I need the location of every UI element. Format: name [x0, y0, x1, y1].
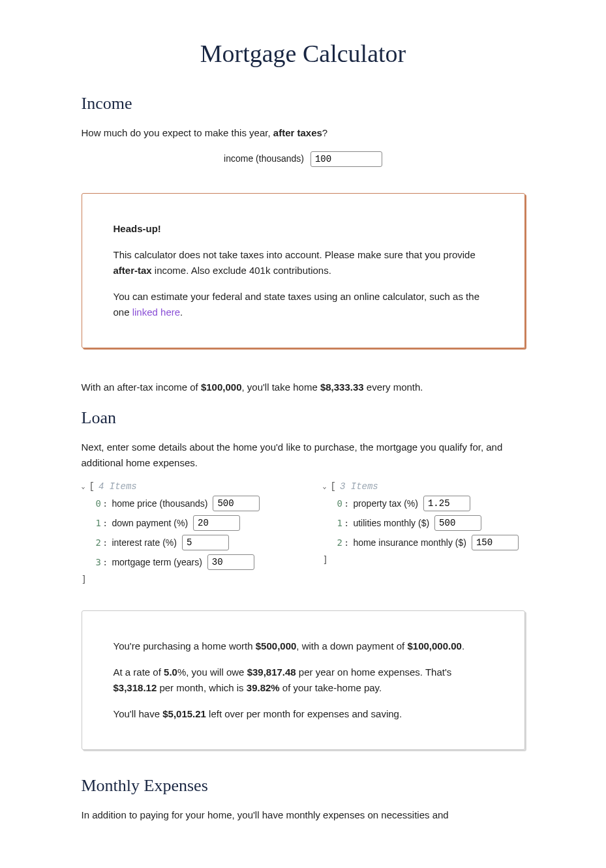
loan-intro: Next, enter some details about the home … [82, 440, 525, 471]
utilities-input[interactable] [434, 515, 481, 531]
loan-inputs-expenses: ⌄ [ 3 Items 0: property tax (%) 1: utili… [323, 481, 525, 584]
expenses-intro: In addition to paying for your home, you… [82, 807, 525, 823]
income-input-label: income (thousands) [224, 153, 304, 164]
income-input[interactable] [311, 151, 382, 167]
list-item: 2: interest rate (%) [96, 535, 284, 550]
callout-heading: Heads-up! [114, 223, 161, 234]
income-prompt: How much do you expect to make this year… [82, 125, 525, 141]
list-item: 1: utilities monthly ($) [337, 515, 525, 531]
interest-rate-input[interactable] [182, 535, 229, 550]
list-item: 2: home insurance monthly ($) [337, 535, 525, 550]
list-item: 1: down payment (%) [96, 515, 284, 531]
list-item: 0: home price (thousands) [96, 496, 284, 511]
page-title: Mortgage Calculator [82, 39, 525, 68]
list-item: 0: property tax (%) [337, 496, 525, 511]
income-heading: Income [82, 94, 525, 113]
callout-line2: You can estimate your federal and state … [114, 289, 493, 320]
property-tax-input[interactable] [423, 496, 470, 511]
tax-calculator-link[interactable]: linked here [132, 307, 180, 318]
expenses-heading: Monthly Expenses [82, 776, 525, 796]
home-insurance-input[interactable] [472, 535, 519, 550]
list-item: 3: mortgage term (years) [96, 554, 284, 570]
loan-heading: Loan [82, 408, 525, 428]
loan-inputs-mortgage: ⌄ [ 4 Items 0: home price (thousands) 1:… [82, 481, 284, 584]
mortgage-term-input[interactable] [207, 554, 254, 570]
down-payment-input[interactable] [193, 515, 240, 531]
callout-line1: This calculator does not take taxes into… [114, 247, 493, 278]
loan-summary: You're purchasing a home worth $500,000,… [82, 610, 525, 750]
home-price-input[interactable] [213, 496, 260, 511]
chevron-down-icon[interactable]: ⌄ [323, 483, 327, 490]
income-summary: With an after-tax income of $100,000, yo… [82, 380, 525, 395]
chevron-down-icon[interactable]: ⌄ [82, 483, 85, 490]
tax-callout: Heads-up! This calculator does not take … [82, 193, 525, 348]
